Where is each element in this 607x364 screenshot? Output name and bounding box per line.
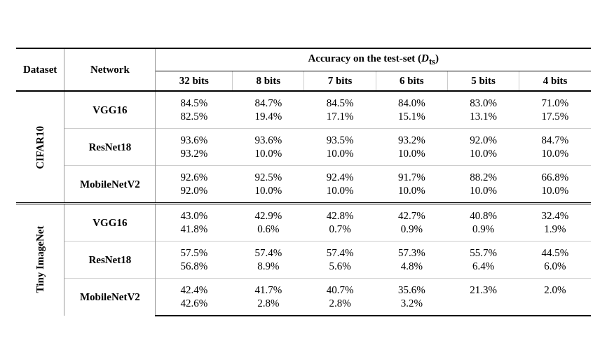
data-cell: 93.5% — [304, 129, 376, 148]
data-cell: 6.0% — [519, 260, 591, 279]
data-cell: 32.4% — [519, 204, 591, 223]
table-row: MobileNetV292.6%92.5%92.4%91.7%88.2%66.8… — [16, 166, 591, 185]
table-row: MobileNetV242.4%41.7%40.7%35.6%21.3%2.0% — [16, 279, 591, 298]
data-cell: 2.8% — [233, 297, 304, 316]
data-cell: 1.9% — [519, 223, 591, 241]
header-row-1: Dataset Network Accuracy on the test-set… — [16, 48, 591, 71]
col-7bits: 7 bits — [304, 71, 376, 92]
data-cell: 93.2% — [156, 147, 233, 166]
table-row: CIFAR10VGG1684.5%84.7%84.5%84.0%83.0%71.… — [16, 91, 591, 110]
accuracy-header: Accuracy on the test-set (Dts) — [156, 48, 591, 71]
data-cell: 2.0% — [519, 279, 591, 298]
data-cell: 10.0% — [376, 147, 447, 166]
data-cell: 55.7% — [447, 241, 519, 260]
dataset-cell: CIFAR10 — [16, 91, 64, 204]
data-cell: 15.1% — [376, 110, 447, 129]
data-cell: 0.9% — [447, 223, 519, 241]
data-cell: 92.5% — [233, 166, 304, 185]
data-cell — [447, 297, 519, 316]
data-cell: 41.8% — [156, 223, 233, 241]
data-cell: 84.7% — [233, 91, 304, 110]
data-cell: 4.8% — [376, 260, 447, 279]
data-cell: 0.9% — [376, 223, 447, 241]
network-cell: ResNet18 — [64, 129, 156, 166]
data-cell: 57.4% — [304, 241, 376, 260]
table-row: ResNet1893.6%93.6%93.5%93.2%92.0%84.7% — [16, 129, 591, 148]
data-cell: 35.6% — [376, 279, 447, 298]
data-cell: 57.4% — [233, 241, 304, 260]
data-cell: 10.0% — [447, 184, 519, 204]
col-32bits: 32 bits — [156, 71, 233, 92]
table-wrapper: Dataset Network Accuracy on the test-set… — [16, 48, 591, 316]
data-cell: 0.6% — [233, 223, 304, 241]
data-cell: 42.8% — [304, 204, 376, 223]
col-6bits: 6 bits — [376, 71, 447, 92]
data-cell: 40.8% — [447, 204, 519, 223]
data-cell: 93.6% — [156, 129, 233, 148]
data-cell: 57.3% — [376, 241, 447, 260]
data-cell: 21.3% — [447, 279, 519, 298]
data-cell: 10.0% — [233, 184, 304, 204]
data-cell: 41.7% — [233, 279, 304, 298]
data-cell: 56.8% — [156, 260, 233, 279]
data-cell: 3.2% — [376, 297, 447, 316]
data-cell: 93.6% — [233, 129, 304, 148]
data-cell: 13.1% — [447, 110, 519, 129]
data-cell: 83.0% — [447, 91, 519, 110]
data-cell: 17.5% — [519, 110, 591, 129]
data-cell: 10.0% — [519, 184, 591, 204]
data-cell: 84.0% — [376, 91, 447, 110]
data-cell: 0.7% — [304, 223, 376, 241]
network-cell: ResNet18 — [64, 241, 156, 279]
dataset-cell: Tiny ImageNet — [16, 204, 64, 316]
data-cell: 17.1% — [304, 110, 376, 129]
col-5bits: 5 bits — [447, 71, 519, 92]
data-cell: 42.6% — [156, 297, 233, 316]
data-cell: 10.0% — [376, 184, 447, 204]
data-cell: 84.5% — [156, 91, 233, 110]
data-cell: 91.7% — [376, 166, 447, 185]
data-cell: 84.7% — [519, 129, 591, 148]
data-cell: 82.5% — [156, 110, 233, 129]
data-cell: 5.6% — [304, 260, 376, 279]
data-cell: 84.5% — [304, 91, 376, 110]
network-cell: MobileNetV2 — [64, 279, 156, 316]
data-cell — [519, 297, 591, 316]
data-cell: 42.9% — [233, 204, 304, 223]
data-cell: 10.0% — [233, 147, 304, 166]
data-cell: 19.4% — [233, 110, 304, 129]
dataset-header: Dataset — [16, 48, 64, 91]
data-cell: 92.6% — [156, 166, 233, 185]
data-cell: 88.2% — [447, 166, 519, 185]
col-4bits: 4 bits — [519, 71, 591, 92]
data-cell: 10.0% — [447, 147, 519, 166]
data-cell: 42.7% — [376, 204, 447, 223]
data-cell: 71.0% — [519, 91, 591, 110]
data-cell: 92.0% — [447, 129, 519, 148]
data-cell: 42.4% — [156, 279, 233, 298]
network-cell: VGG16 — [64, 91, 156, 129]
data-cell: 43.0% — [156, 204, 233, 223]
data-cell: 2.8% — [304, 297, 376, 316]
accuracy-table: Dataset Network Accuracy on the test-set… — [16, 48, 591, 316]
data-cell: 10.0% — [304, 184, 376, 204]
data-cell: 57.5% — [156, 241, 233, 260]
data-cell: 10.0% — [519, 147, 591, 166]
data-cell: 6.4% — [447, 260, 519, 279]
col-8bits: 8 bits — [233, 71, 304, 92]
data-cell: 8.9% — [233, 260, 304, 279]
data-cell: 10.0% — [304, 147, 376, 166]
data-cell: 93.2% — [376, 129, 447, 148]
data-cell: 40.7% — [304, 279, 376, 298]
network-cell: MobileNetV2 — [64, 166, 156, 204]
network-header: Network — [64, 48, 156, 91]
data-cell: 66.8% — [519, 166, 591, 185]
network-cell: VGG16 — [64, 204, 156, 241]
table-row: Tiny ImageNetVGG1643.0%42.9%42.8%42.7%40… — [16, 204, 591, 223]
table-row: ResNet1857.5%57.4%57.4%57.3%55.7%44.5% — [16, 241, 591, 260]
data-cell: 92.0% — [156, 184, 233, 204]
data-cell: 44.5% — [519, 241, 591, 260]
data-cell: 92.4% — [304, 166, 376, 185]
